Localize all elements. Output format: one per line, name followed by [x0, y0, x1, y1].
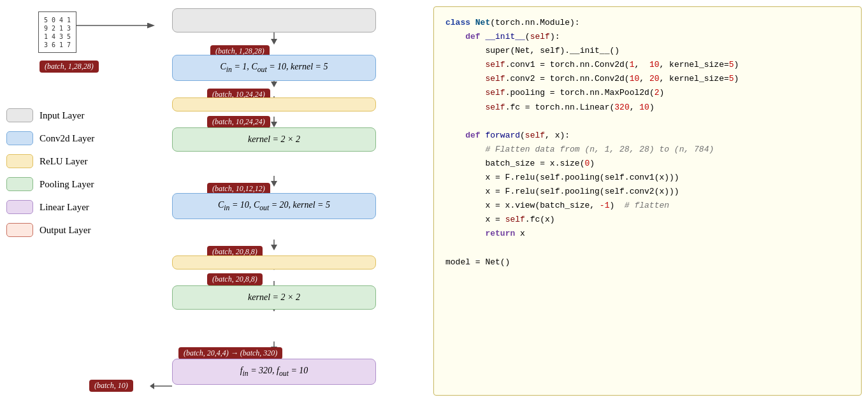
- legend-item-relu: ReLU Layer: [6, 154, 94, 168]
- relu1-layer-block: [172, 97, 376, 111]
- linear-layer-block: fin = 320, fout = 10: [172, 359, 376, 385]
- code-line: class Net(torch.nn.Module):: [445, 16, 850, 30]
- svg-marker-12: [271, 181, 277, 187]
- legend-box-conv: [6, 131, 33, 145]
- code-line: x = self.fc(x): [445, 213, 850, 227]
- legend-item-conv: Conv2d Layer: [6, 131, 94, 145]
- pool1-label: kernel = 2 × 2: [248, 134, 300, 144]
- input-layer-block: [172, 8, 376, 32]
- code-line: model = Net(): [445, 255, 850, 269]
- conv2-layer-block: Cin = 10, Cout = 20, kernel = 5: [172, 193, 376, 219]
- output-dim-label: (batch, 10): [89, 379, 133, 392]
- svg-marker-16: [271, 245, 277, 250]
- legend-box-relu: [6, 154, 33, 168]
- dim-label-image: (batch, 1,28,28): [40, 61, 99, 73]
- legend-label-linear: Linear Layer: [40, 202, 89, 213]
- legend-item-output: Output Layer: [6, 223, 94, 237]
- code-line: x = F.relu(self.pooling(self.conv2(x))): [445, 185, 850, 199]
- code-line: [445, 115, 850, 129]
- legend: Input Layer Conv2d Layer ReLU Layer Pool…: [6, 108, 94, 237]
- legend-item-pool: Pooling Layer: [6, 177, 94, 191]
- code-line: self.conv1 = torch.nn.Conv2d(1, 10, kern…: [445, 58, 850, 72]
- code-panel: class Net(torch.nn.Module): def __init__…: [433, 6, 862, 396]
- code-line: return x: [445, 227, 850, 241]
- dim-label-6: (batch, 20,8,8): [207, 273, 263, 285]
- legend-label-output: Output Layer: [40, 225, 90, 236]
- legend-label-conv: Conv2d Layer: [40, 133, 94, 144]
- svg-marker-8: [271, 122, 277, 127]
- code-line: self.pooling = torch.nn.MaxPool2d(2): [445, 86, 850, 100]
- code-line: x = x.view(batch_size, -1) # flatten: [445, 199, 850, 213]
- code-line: self.conv2 = torch.nn.Conv2d(10, 20, ker…: [445, 72, 850, 86]
- pool1-layer-block: kernel = 2 × 2: [172, 127, 376, 152]
- conv2-block: Cin = 10, Cout = 20, kernel = 5: [172, 193, 376, 219]
- relu2-block: [172, 255, 376, 269]
- conv2-label: Cin = 10, Cout = 20, kernel = 5: [218, 200, 330, 210]
- legend-label-pool: Pooling Layer: [40, 179, 94, 190]
- linear-label: fin = 320, fout = 10: [240, 366, 308, 375]
- code-line: self.fc = torch.nn.Linear(320, 10): [445, 101, 850, 115]
- legend-label-input: Input Layer: [40, 110, 84, 121]
- pool1-block: kernel = 2 × 2: [172, 127, 376, 152]
- pool2-label: kernel = 2 × 2: [248, 292, 300, 302]
- legend-label-relu: ReLU Layer: [40, 156, 87, 167]
- conv1-label: Cin = 1, Cout = 10, kernel = 5: [221, 62, 328, 71]
- dim-output: (batch, 10): [89, 380, 133, 392]
- code-line: x = F.relu(self.pooling(self.conv1(x))): [445, 171, 850, 185]
- relu1-block: [172, 97, 376, 111]
- digit-image: 5 0 4 1 9 2 1 3 1 4 3 5 3 6 1 7: [38, 11, 76, 53]
- left-panel: 5 0 4 1 9 2 1 3 1 4 3 5 3 6 1 7 (batch, …: [0, 0, 433, 402]
- code-line: def __init__(self):: [445, 30, 850, 44]
- svg-marker-2: [271, 39, 277, 45]
- code-line: # Flatten data from (n, 1, 28, 28) to (n…: [445, 143, 850, 157]
- dim-after-relu1: (batch, 10,24,24): [207, 116, 270, 128]
- code-block: class Net(torch.nn.Module): def __init__…: [445, 16, 850, 269]
- legend-box-pool: [6, 177, 33, 191]
- legend-box-output: [6, 223, 33, 237]
- legend-item-linear: Linear Layer: [6, 200, 94, 214]
- legend-box-input: [6, 108, 33, 122]
- pool2-block: kernel = 2 × 2: [172, 285, 376, 310]
- svg-marker-28: [150, 383, 154, 389]
- legend-item-input: Input Layer: [6, 108, 94, 122]
- code-line: super(Net, self).__init__(): [445, 44, 850, 58]
- network-diagram: (batch, 1,28,28) Cin = 1, Cout = 10, ker…: [150, 5, 398, 402]
- connector-arrow-top: [76, 19, 159, 32]
- conv1-layer-block: Cin = 1, Cout = 10, kernel = 5: [172, 55, 376, 81]
- dim-after-pool2: (batch, 20,4,4) → (batch, 320): [178, 347, 282, 359]
- code-line: [445, 241, 850, 255]
- batch-label-image: (batch, 1,28,28): [40, 60, 99, 73]
- legend-box-linear: [6, 200, 33, 214]
- relu2-layer-block: [172, 255, 376, 269]
- dim-label-7: (batch, 20,4,4) → (batch, 320): [178, 347, 282, 359]
- code-line: batch_size = x.size(0): [445, 157, 850, 171]
- dim-label-3: (batch, 10,24,24): [207, 115, 270, 128]
- dim-after-relu2: (batch, 20,8,8): [207, 273, 263, 285]
- code-line: def forward(self, x):: [445, 129, 850, 143]
- input-block: [172, 8, 376, 32]
- conv1-block: Cin = 1, Cout = 10, kernel = 5: [172, 55, 376, 81]
- pool2-layer-block: kernel = 2 × 2: [172, 285, 376, 310]
- linear-block: fin = 320, fout = 10: [172, 359, 376, 385]
- svg-marker-4: [271, 82, 277, 87]
